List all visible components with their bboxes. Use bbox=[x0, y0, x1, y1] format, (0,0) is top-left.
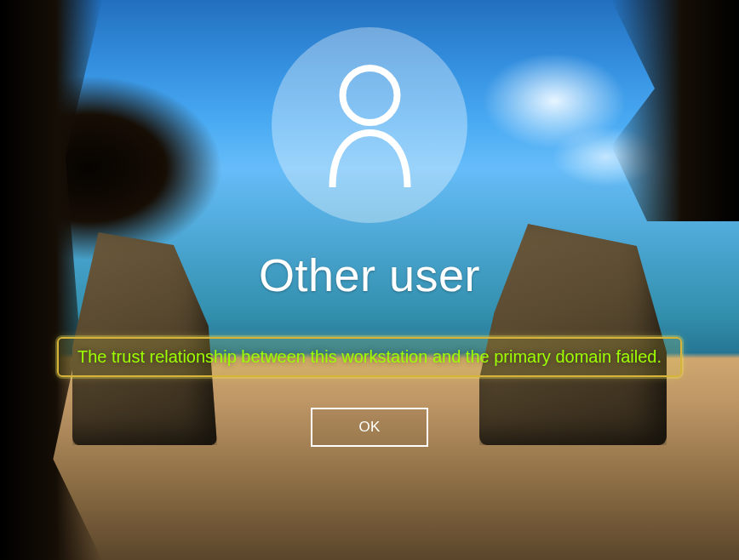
error-highlight-box: The trust relationship between this work… bbox=[57, 337, 682, 377]
user-title: Other user bbox=[259, 249, 480, 301]
error-message: The trust relationship between this work… bbox=[77, 347, 662, 367]
user-avatar bbox=[272, 27, 467, 223]
ok-button[interactable]: OK bbox=[311, 408, 428, 447]
ok-button-label: OK bbox=[358, 419, 380, 436]
svg-point-0 bbox=[342, 68, 397, 123]
login-panel: Other user The trust relationship betwee… bbox=[0, 0, 739, 560]
person-icon bbox=[317, 60, 423, 191]
